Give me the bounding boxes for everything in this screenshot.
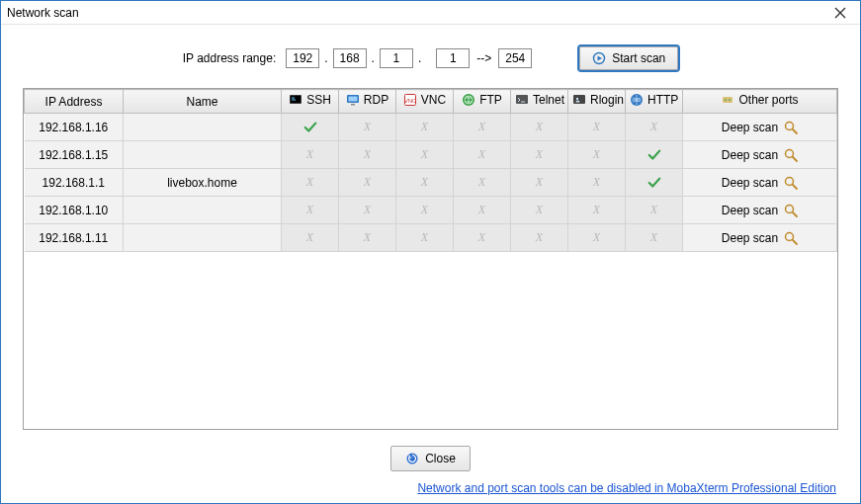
table-body: 192.168.1.16XXXXXXDeep scan192.168.1.15X… [25, 114, 837, 252]
x-mark-icon: X [421, 175, 428, 189]
col-other-ports-header[interactable]: Other ports [683, 90, 837, 114]
table-row[interactable]: 192.168.1.15XXXXXXDeep scan [25, 141, 837, 169]
cell-deep-scan[interactable]: Deep scan [683, 224, 837, 252]
checkmark-icon [647, 148, 661, 162]
x-mark-icon: X [650, 203, 657, 216]
col-vnc-header[interactable]: VNC VNC [396, 90, 454, 114]
svg-rect-13 [723, 97, 732, 103]
cell-deep-scan[interactable]: Deep scan [683, 197, 837, 224]
ip-range-to-input[interactable] [498, 48, 532, 68]
cell-rlogin: X [568, 224, 626, 252]
x-mark-icon: X [421, 230, 428, 244]
x-mark-icon: X [593, 120, 600, 133]
svg-point-18 [786, 177, 794, 185]
close-button-label: Close [425, 452, 456, 465]
deep-scan-label: Deep scan [722, 176, 778, 190]
x-mark-icon: X [536, 175, 543, 189]
col-ssh-header[interactable]: SSH [282, 90, 339, 114]
cell-http: X [626, 114, 683, 141]
footer-link[interactable]: Network and port scan tools can be disab… [417, 479, 838, 495]
table-row[interactable]: 192.168.1.1livebox.homeXXXXXXDeep scan [25, 169, 837, 197]
cell-ip: 192.168.1.15 [25, 141, 124, 169]
dot-separator: . [417, 51, 422, 65]
window-close-button[interactable] [826, 3, 854, 23]
svg-point-19 [786, 205, 794, 212]
cell-telnet: X [511, 197, 568, 224]
x-mark-icon: X [364, 120, 371, 133]
cell-rlogin: X [568, 197, 626, 224]
close-button[interactable]: Close [390, 446, 471, 471]
svg-point-17 [786, 149, 794, 157]
cell-rlogin: X [568, 141, 626, 169]
x-mark-icon: X [536, 230, 543, 244]
cell-telnet: X [511, 224, 568, 252]
col-ip-header[interactable]: IP Address [25, 90, 124, 114]
svg-rect-15 [729, 99, 731, 101]
cell-ip: 192.168.1.10 [25, 197, 124, 224]
x-mark-icon: X [364, 203, 371, 216]
col-rdp-header[interactable]: RDP [339, 90, 396, 114]
svg-point-20 [786, 232, 794, 240]
content-area: IP address range: . . . --> Start scan [1, 25, 860, 503]
cell-ssh: X [282, 197, 339, 224]
cell-ip: 192.168.1.11 [25, 224, 124, 252]
cell-name: livebox.home [124, 169, 282, 197]
cell-vnc: X [396, 197, 454, 224]
col-http-header[interactable]: HTTP [626, 90, 683, 114]
network-scan-window: Network scan IP address range: . . . -->… [0, 0, 861, 504]
titlebar: Network scan [1, 1, 860, 25]
rdp-icon [346, 93, 360, 107]
cell-rdp: X [339, 141, 396, 169]
cell-deep-scan[interactable]: Deep scan [683, 114, 837, 141]
x-mark-icon: X [364, 175, 371, 189]
results-table-container: IP Address Name SSH RDP VNC VNC [23, 88, 838, 430]
checkmark-icon [303, 121, 317, 134]
http-icon [630, 93, 644, 107]
x-mark-icon: X [536, 120, 543, 133]
cell-ftp: X [454, 197, 511, 224]
cell-http: X [626, 224, 683, 252]
table-row[interactable]: 192.168.1.11XXXXXXXDeep scan [25, 224, 837, 252]
cell-deep-scan[interactable]: Deep scan [683, 169, 837, 197]
table-header-row: IP Address Name SSH RDP VNC VNC [25, 90, 837, 114]
table-row[interactable]: 192.168.1.10XXXXXXXDeep scan [25, 197, 837, 224]
cell-http [626, 141, 683, 169]
refresh-icon [405, 452, 419, 465]
start-scan-button[interactable]: Start scan [579, 46, 678, 70]
table-row[interactable]: 192.168.1.16XXXXXXDeep scan [25, 114, 837, 141]
x-mark-icon: X [536, 147, 543, 161]
ip-octet-2-input[interactable] [333, 48, 367, 68]
cell-rdp: X [339, 114, 396, 141]
x-mark-icon: X [364, 147, 371, 161]
cell-ssh [282, 114, 339, 141]
x-mark-icon: X [478, 203, 485, 216]
x-mark-icon: X [306, 147, 313, 161]
cell-name [124, 197, 282, 224]
x-mark-icon: X [478, 147, 485, 161]
col-name-header[interactable]: Name [124, 90, 282, 114]
x-mark-icon: X [421, 203, 428, 216]
x-mark-icon: X [306, 230, 313, 244]
cell-name [124, 224, 282, 252]
col-telnet-header[interactable]: Telnet [511, 90, 568, 114]
cell-deep-scan[interactable]: Deep scan [683, 141, 837, 169]
ip-octet-1-input[interactable] [286, 48, 319, 68]
ftp-icon [462, 93, 475, 107]
svg-rect-4 [348, 97, 357, 102]
ip-octet-3-input[interactable] [380, 48, 413, 68]
dot-separator: . [323, 51, 328, 65]
play-icon [592, 51, 606, 65]
svg-rect-9 [516, 95, 528, 104]
range-arrow: --> [474, 51, 494, 65]
x-mark-icon: X [478, 175, 485, 189]
ip-range-from-input[interactable] [436, 48, 470, 68]
cell-rlogin: X [568, 169, 626, 197]
x-mark-icon: X [593, 147, 600, 161]
cell-rdp: X [339, 224, 396, 252]
col-ftp-header[interactable]: FTP [454, 90, 511, 114]
cell-http [626, 169, 683, 197]
col-rlogin-header[interactable]: Rlogin [568, 90, 626, 114]
x-mark-icon: X [421, 120, 428, 133]
cell-ftp: X [454, 114, 511, 141]
magnifier-icon [784, 231, 798, 245]
